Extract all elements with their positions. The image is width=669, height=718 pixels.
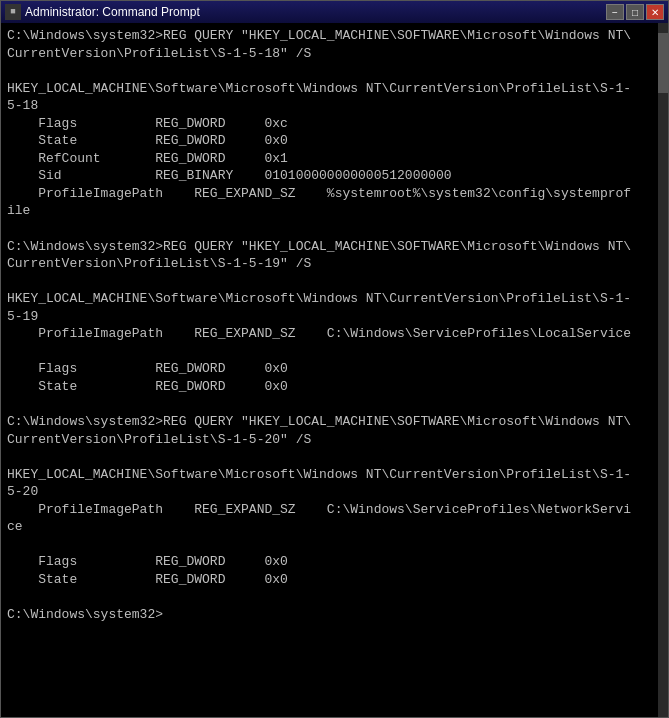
- minimize-button[interactable]: −: [606, 4, 624, 20]
- title-bar: ■ Administrator: Command Prompt − □ ✕: [1, 1, 668, 23]
- window-icon: ■: [5, 4, 21, 20]
- window-title: Administrator: Command Prompt: [25, 5, 200, 19]
- console-output: C:\Windows\system32>REG QUERY "HKEY_LOCA…: [7, 27, 662, 624]
- console-area[interactable]: C:\Windows\system32>REG QUERY "HKEY_LOCA…: [1, 23, 668, 717]
- scrollbar[interactable]: [658, 23, 668, 717]
- command-prompt-window: ■ Administrator: Command Prompt − □ ✕ C:…: [0, 0, 669, 718]
- scrollbar-thumb[interactable]: [658, 33, 668, 93]
- maximize-button[interactable]: □: [626, 4, 644, 20]
- title-bar-left: ■ Administrator: Command Prompt: [5, 4, 200, 20]
- close-button[interactable]: ✕: [646, 4, 664, 20]
- title-bar-buttons: − □ ✕: [606, 4, 664, 20]
